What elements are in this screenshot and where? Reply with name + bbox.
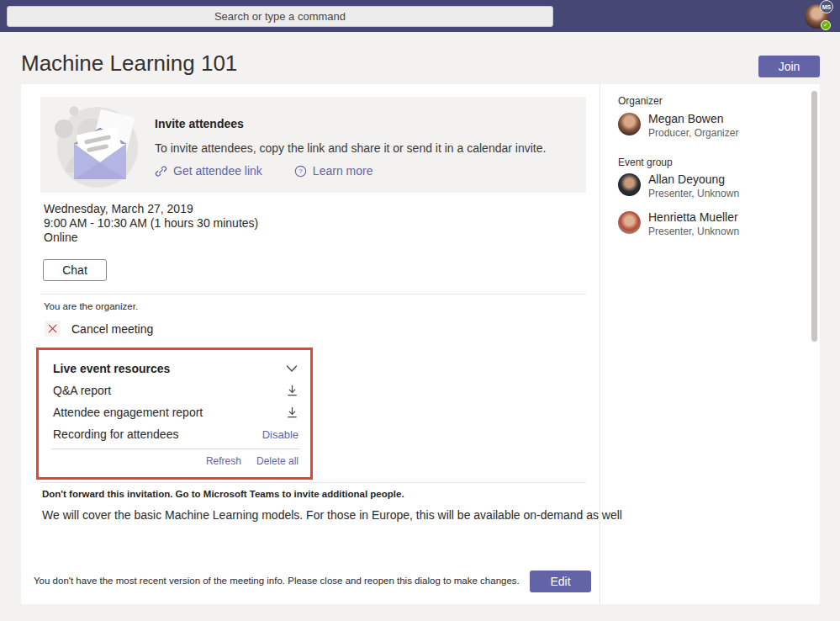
envelope-illustration-icon bbox=[49, 100, 150, 189]
delete-all-link[interactable]: Delete all bbox=[256, 455, 298, 467]
get-attendee-link[interactable]: Get attendee link bbox=[155, 164, 262, 178]
presence-available-icon: ✓ bbox=[821, 20, 831, 30]
event-group-section-label: Event group bbox=[618, 157, 673, 168]
divider bbox=[40, 294, 586, 295]
refresh-link[interactable]: Refresh bbox=[206, 455, 241, 467]
scrollbar[interactable] bbox=[811, 91, 817, 342]
divider bbox=[51, 448, 300, 449]
person-name: Allan Deyoung bbox=[648, 173, 739, 186]
meeting-details-panel: Invite attendees To invite attendees, co… bbox=[21, 84, 820, 604]
page-title: Machine Learning 101 bbox=[21, 50, 237, 77]
cancel-meeting-button[interactable]: Cancel meeting bbox=[45, 321, 153, 337]
disable-recording-link[interactable]: Disable bbox=[262, 428, 298, 441]
invite-attendees-box: Invite attendees To invite attendees, co… bbox=[40, 97, 586, 193]
person-row[interactable]: Henrietta Mueller Presenter, Unknown bbox=[618, 211, 739, 237]
avatar bbox=[618, 173, 641, 196]
meeting-description: We will cover the basic Machine Learning… bbox=[42, 508, 622, 522]
resource-row-label: Recording for attendees bbox=[53, 427, 178, 441]
live-event-resources-box: Live event resources Q&A report Attendee… bbox=[36, 348, 313, 480]
meeting-date: Wednesday, March 27, 2019 bbox=[44, 202, 258, 216]
app-header: Search or type a command MS ✓ bbox=[0, 0, 840, 32]
person-name: Megan Bowen bbox=[648, 113, 738, 125]
help-circle-icon: ? bbox=[294, 165, 307, 178]
person-row[interactable]: Allan Deyoung Presenter, Unknown bbox=[618, 173, 739, 199]
get-attendee-link-label: Get attendee link bbox=[173, 164, 262, 178]
link-icon bbox=[155, 165, 167, 178]
download-icon[interactable] bbox=[286, 385, 298, 397]
meeting-location: Online bbox=[44, 231, 258, 245]
tenant-badge: MS bbox=[820, 0, 833, 13]
person-name: Henrietta Mueller bbox=[648, 211, 739, 224]
divider bbox=[40, 482, 586, 483]
download-icon[interactable] bbox=[286, 406, 298, 419]
person-role: Producer, Organizer bbox=[648, 127, 738, 139]
user-avatar[interactable]: MS ✓ bbox=[805, 4, 829, 29]
chevron-down-icon[interactable] bbox=[285, 362, 298, 375]
learn-more-link[interactable]: ? Learn more bbox=[294, 164, 373, 178]
cancel-x-icon bbox=[45, 321, 61, 337]
svg-text:?: ? bbox=[298, 167, 303, 175]
meeting-time: 9:00 AM - 10:30 AM (1 hours 30 minutes) bbox=[44, 216, 258, 231]
divider bbox=[600, 84, 600, 604]
edit-button[interactable]: Edit bbox=[530, 571, 591, 592]
avatar bbox=[618, 211, 641, 234]
person-role: Presenter, Unknown bbox=[648, 226, 739, 237]
invite-attendees-description: To invite attendees, copy the link and s… bbox=[155, 141, 546, 155]
organizer-section-label: Organizer bbox=[618, 95, 663, 107]
forward-warning-text: Don't forward this invitation. Go to Mic… bbox=[42, 489, 404, 499]
person-row[interactable]: Megan Bowen Producer, Organizer bbox=[618, 113, 738, 139]
resource-row-label: Q&A report bbox=[53, 384, 111, 397]
join-button[interactable]: Join bbox=[758, 56, 820, 77]
chat-button[interactable]: Chat bbox=[43, 259, 107, 281]
avatar bbox=[618, 113, 641, 135]
organizer-note: You are the organizer. bbox=[44, 301, 138, 311]
invite-attendees-title: Invite attendees bbox=[155, 117, 244, 130]
search-input[interactable]: Search or type a command bbox=[7, 6, 553, 27]
stale-version-notice: You don't have the most recent version o… bbox=[34, 576, 520, 586]
cancel-meeting-label: Cancel meeting bbox=[71, 322, 153, 336]
learn-more-label: Learn more bbox=[313, 164, 373, 178]
resource-row-label: Attendee engagement report bbox=[53, 406, 203, 419]
person-role: Presenter, Unknown bbox=[648, 188, 739, 199]
resources-title: Live event resources bbox=[53, 362, 170, 375]
